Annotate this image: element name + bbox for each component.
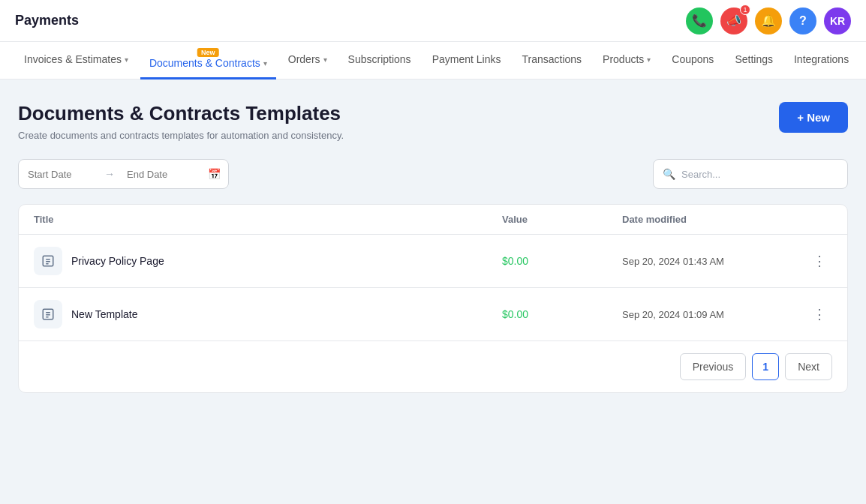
app-logo: Payments	[15, 13, 79, 28]
row-title-2: New Template	[34, 300, 502, 328]
previous-button[interactable]: Previous	[680, 353, 746, 380]
page-subtitle: Create documents and contracts templates…	[18, 130, 344, 141]
nav-label-documents: Documents & Contracts	[149, 57, 260, 69]
avatar-button[interactable]: KR	[824, 8, 851, 34]
arrow-icon: →	[101, 168, 118, 180]
nav-icons: 📞 📣 1 🔔 ? KR	[686, 8, 851, 34]
page-header-text: Documents & Contracts Templates Create d…	[18, 102, 344, 141]
new-badge-documents: New	[197, 48, 219, 57]
col-header-actions	[787, 214, 832, 225]
documents-table: Title Value Date modified Privacy Policy…	[18, 204, 848, 393]
next-button[interactable]: Next	[785, 353, 832, 380]
search-icon: 🔍	[663, 168, 675, 180]
row-menu-button-2[interactable]: ⋮	[807, 303, 832, 326]
page-title: Documents & Contracts Templates	[18, 102, 344, 125]
col-header-title: Title	[34, 214, 502, 225]
search-box: 🔍	[653, 159, 848, 189]
nav-item-coupons[interactable]: Coupons	[663, 42, 723, 80]
table-header: Title Value Date modified	[19, 205, 847, 235]
nav-item-orders[interactable]: Orders ▾	[279, 42, 336, 80]
pagination: Previous 1 Next	[19, 341, 847, 392]
nav-label-orders: Orders	[288, 53, 320, 65]
nav-item-settings[interactable]: Settings	[726, 42, 782, 80]
nav-item-invoices[interactable]: Invoices & Estimates ▾	[15, 42, 137, 80]
main-content: Documents & Contracts Templates Create d…	[0, 80, 866, 416]
nav-label-products: Products	[603, 53, 644, 65]
date-range-picker[interactable]: → 📅	[18, 159, 229, 189]
row-value-2: $0.00	[502, 308, 622, 320]
row-actions-1: ⋮	[787, 250, 832, 272]
nav-label-invoices: Invoices & Estimates	[24, 53, 122, 65]
col-header-value: Value	[502, 214, 622, 225]
nav-left: Payments	[15, 13, 91, 28]
page-number-1[interactable]: 1	[752, 353, 779, 380]
search-input[interactable]	[681, 169, 838, 180]
chevron-down-icon-products: ▾	[647, 56, 651, 64]
page-header: Documents & Contracts Templates Create d…	[18, 102, 848, 141]
nav-label-integrations: Integrations	[794, 53, 849, 65]
phone-icon-button[interactable]: 📞	[686, 8, 713, 34]
nav-item-payment-links[interactable]: Payment Links	[423, 42, 510, 80]
nav-label-payment-links: Payment Links	[432, 53, 501, 65]
start-date-input[interactable]	[19, 169, 101, 180]
document-icon-2	[34, 300, 62, 328]
help-icon-button[interactable]: ?	[789, 8, 816, 34]
nav-label-transactions: Transactions	[522, 53, 582, 65]
chevron-down-icon-documents: ▾	[263, 59, 267, 68]
calendar-icon[interactable]: 📅	[200, 168, 228, 180]
megaphone-badge: 1	[740, 4, 750, 15]
nav-item-products[interactable]: Products ▾	[594, 42, 660, 80]
nav-item-subscriptions[interactable]: Subscriptions	[339, 42, 420, 80]
nav-item-documents[interactable]: New Documents & Contracts ▾	[140, 42, 276, 80]
row-date-2: Sep 20, 2024 01:09 AM	[622, 309, 787, 320]
row-name-1: Privacy Policy Page	[71, 255, 164, 267]
document-icon-1	[34, 247, 62, 275]
top-navigation: Payments 📞 📣 1 🔔 ? KR	[0, 0, 866, 42]
row-value-1: $0.00	[502, 255, 622, 267]
chevron-down-icon: ▾	[125, 56, 128, 64]
row-date-1: Sep 20, 2024 01:43 AM	[622, 256, 787, 267]
nav-label-settings: Settings	[735, 53, 773, 65]
table-row: New Template $0.00 Sep 20, 2024 01:09 AM…	[19, 288, 847, 341]
row-title-1: Privacy Policy Page	[34, 247, 502, 275]
nav-item-transactions[interactable]: Transactions	[513, 42, 591, 80]
nav-label-subscriptions: Subscriptions	[348, 53, 411, 65]
row-actions-2: ⋮	[787, 303, 832, 326]
sub-navigation: Invoices & Estimates ▾ New Documents & C…	[0, 42, 866, 80]
bell-icon-button[interactable]: 🔔	[755, 8, 782, 34]
nav-label-coupons: Coupons	[672, 53, 714, 65]
chevron-down-icon-orders: ▾	[323, 56, 327, 64]
nav-item-integrations[interactable]: Integrations	[785, 42, 858, 80]
table-row: Privacy Policy Page $0.00 Sep 20, 2024 0…	[19, 235, 847, 288]
filters-row: → 📅 🔍	[18, 159, 848, 189]
row-name-2: New Template	[71, 308, 137, 320]
new-button[interactable]: + New	[779, 102, 848, 133]
col-header-date-modified: Date modified	[622, 214, 787, 225]
row-menu-button-1[interactable]: ⋮	[807, 250, 832, 272]
end-date-input[interactable]	[118, 169, 200, 180]
